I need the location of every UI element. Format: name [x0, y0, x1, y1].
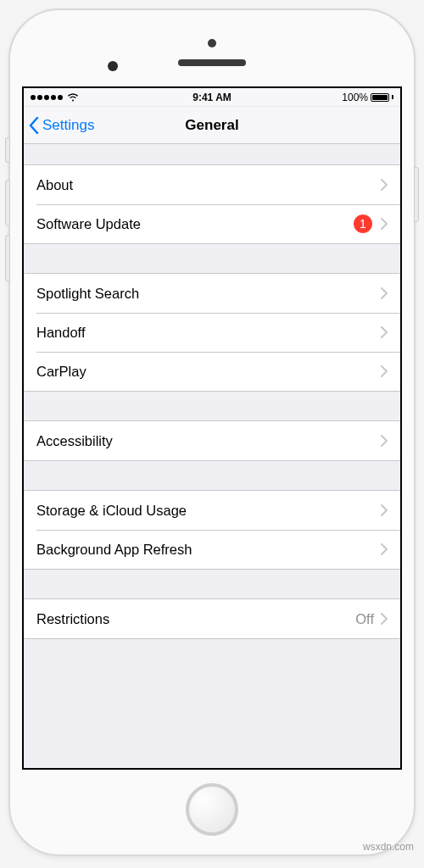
settings-group-4: Storage & iCloud Usage Background App Re…: [24, 490, 400, 570]
back-label: Settings: [42, 117, 94, 134]
chevron-right-icon: [381, 365, 388, 377]
row-label: Accessibility: [36, 433, 381, 449]
settings-group-3: Accessibility: [24, 420, 400, 461]
volume-down-button: [5, 235, 10, 281]
chevron-right-icon: [381, 435, 388, 447]
group-spacer: [24, 570, 400, 598]
battery-percentage: 100%: [342, 92, 368, 103]
chevron-left-icon: [29, 117, 39, 134]
row-detail: Off: [355, 611, 374, 627]
row-background-app-refresh[interactable]: Background App Refresh: [24, 530, 400, 569]
screen: 9:41 AM 100% Settings General About: [22, 86, 402, 770]
row-label: Restrictions: [36, 611, 355, 627]
chevron-right-icon: [381, 287, 388, 299]
row-about[interactable]: About: [24, 165, 400, 204]
row-carplay[interactable]: CarPlay: [24, 352, 400, 391]
group-spacer: [24, 244, 400, 273]
wifi-icon: [67, 93, 79, 102]
content-area: About Software Update 1 Spotlight Search…: [24, 144, 400, 768]
chevron-right-icon: [381, 326, 388, 338]
mute-switch: [5, 137, 10, 163]
chevron-right-icon: [381, 504, 388, 516]
row-label: Handoff: [36, 325, 381, 341]
signal-strength-icon: [31, 95, 63, 100]
row-restrictions[interactable]: Restrictions Off: [24, 599, 400, 638]
group-spacer: [24, 461, 400, 490]
status-bar: 9:41 AM 100%: [24, 88, 400, 107]
row-label: Background App Refresh: [36, 542, 381, 558]
row-handoff[interactable]: Handoff: [24, 313, 400, 352]
row-accessibility[interactable]: Accessibility: [24, 421, 400, 460]
volume-up-button: [5, 180, 10, 226]
settings-group-2: Spotlight Search Handoff CarPlay: [24, 273, 400, 392]
row-label: CarPlay: [36, 364, 381, 380]
home-button[interactable]: [186, 783, 238, 836]
chevron-right-icon: [381, 613, 388, 625]
settings-group-5: Restrictions Off: [24, 598, 400, 639]
power-button: [414, 167, 419, 222]
settings-group-1: About Software Update 1: [24, 164, 400, 244]
group-spacer: [24, 144, 400, 164]
group-spacer: [24, 392, 400, 420]
row-label: Software Update: [36, 216, 354, 232]
earpiece-speaker: [178, 59, 246, 66]
row-storage-icloud-usage[interactable]: Storage & iCloud Usage: [24, 491, 400, 530]
iphone-frame: 9:41 AM 100% Settings General About: [8, 8, 416, 856]
status-left: [31, 93, 192, 102]
front-camera: [108, 61, 118, 71]
notification-badge: 1: [354, 214, 372, 233]
battery-cap: [392, 95, 393, 99]
row-software-update[interactable]: Software Update 1: [24, 204, 400, 243]
group-spacer: [24, 639, 400, 668]
chevron-right-icon: [381, 218, 388, 230]
battery-icon: [371, 93, 389, 102]
watermark: wsxdn.com: [363, 841, 414, 853]
sensor-dot: [208, 39, 216, 47]
back-button[interactable]: Settings: [29, 117, 94, 134]
chevron-right-icon: [381, 543, 388, 555]
row-label: Storage & iCloud Usage: [36, 503, 381, 519]
chevron-right-icon: [381, 179, 388, 191]
status-right: 100%: [232, 92, 393, 103]
navigation-bar: Settings General: [24, 107, 400, 144]
status-time: 9:41 AM: [192, 92, 232, 103]
row-label: About: [36, 177, 381, 193]
row-spotlight-search[interactable]: Spotlight Search: [24, 274, 400, 313]
row-label: Spotlight Search: [36, 286, 381, 302]
